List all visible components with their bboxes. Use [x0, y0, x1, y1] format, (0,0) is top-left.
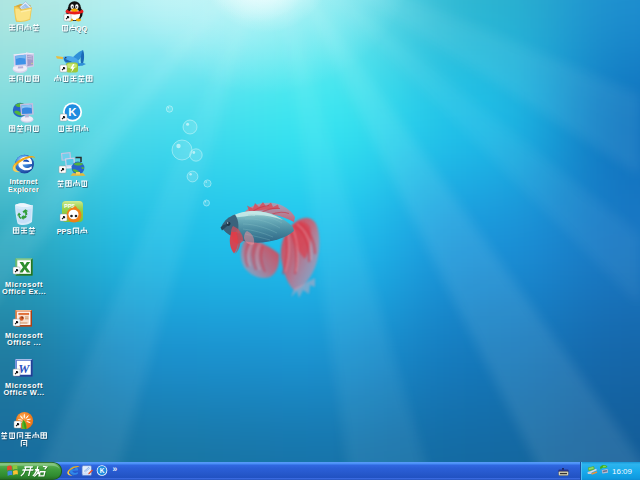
- svg-text:16:09: 16:09: [612, 467, 633, 476]
- svg-text:Office ...: Office ...: [7, 338, 41, 347]
- svg-text:QQ: QQ: [76, 24, 88, 33]
- svg-text:PPS: PPS: [57, 227, 72, 236]
- svg-text:K: K: [100, 467, 105, 474]
- svg-text:»: »: [113, 464, 118, 474]
- svg-text:K: K: [68, 106, 77, 118]
- svg-text:Explorer: Explorer: [8, 185, 39, 194]
- svg-text:Office W...: Office W...: [3, 388, 44, 397]
- svg-text:Office Ex...: Office Ex...: [2, 287, 46, 296]
